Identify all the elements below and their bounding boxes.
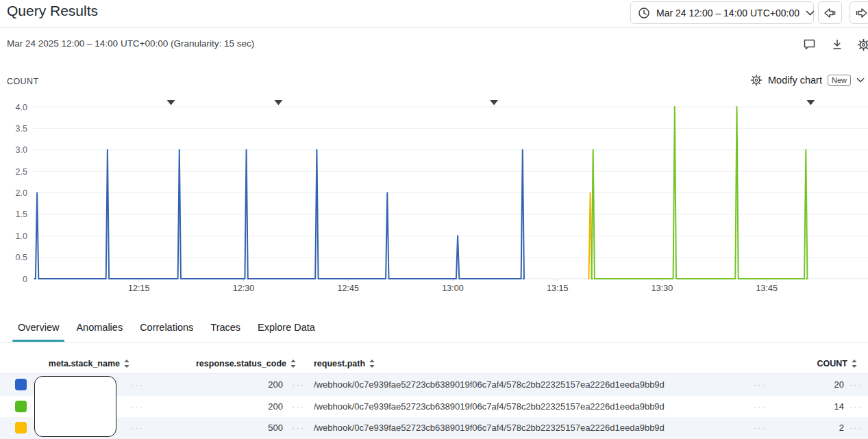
stack-name-redaction-overlay: [34, 376, 116, 437]
table-row[interactable]: ··· 500 ··· /webhook/0c7e939fae52723cb63…: [0, 417, 868, 439]
svg-text:13:30: 13:30: [652, 284, 673, 293]
svg-text:3.0: 3.0: [16, 145, 27, 155]
cell-actions-ellipsis[interactable]: ···: [844, 423, 868, 433]
column-header-stack-name[interactable]: meta.stack_name: [33, 359, 130, 368]
comment-icon: [803, 38, 816, 51]
column-header-status-code[interactable]: response.status_code: [158, 359, 297, 368]
table-row[interactable]: ··· 200 ··· /webhook/0c7e939fae52723cb63…: [0, 396, 868, 418]
svg-text:13:45: 13:45: [756, 284, 778, 293]
svg-text:12:30: 12:30: [233, 284, 254, 293]
modify-chart-button[interactable]: Modify chart New: [750, 74, 865, 86]
tab-overview[interactable]: Overview: [18, 319, 59, 342]
count-cell: 2: [776, 423, 844, 433]
status-code-cell: 500: [158, 423, 283, 433]
clock-icon: [638, 7, 650, 19]
time-range-label: Mar 24 12:00 – 14:00 UTC+00:00: [656, 8, 799, 18]
table-row[interactable]: ··· 200 ··· /webhook/0c7e939fae52723cb63…: [0, 374, 868, 396]
svg-text:13:15: 13:15: [547, 284, 568, 293]
status-code-cell: 200: [158, 379, 283, 390]
svg-text:0.5: 0.5: [16, 253, 27, 262]
header-divider: [0, 27, 868, 28]
series-color-swatch: [15, 401, 27, 412]
tab-traces[interactable]: Traces: [210, 319, 240, 342]
comment-button[interactable]: [802, 38, 816, 51]
cell-actions-ellipsis[interactable]: ···: [116, 379, 158, 390]
next-time-range-button[interactable]: [850, 1, 868, 24]
modify-chart-label: Modify chart: [768, 75, 822, 86]
results-table-header: meta.stack_name response.status_code req…: [0, 353, 868, 374]
cell-actions-ellipsis[interactable]: ···: [745, 401, 776, 412]
query-results-page: Query Results Mar 24 12:00 – 14:00 UTC+0…: [0, 0, 868, 439]
request-path-cell: /webhook/0c7e939fae52723cb6389019f06c7af…: [314, 379, 745, 390]
time-range-picker[interactable]: Mar 24 12:00 – 14:00 UTC+00:00: [630, 1, 814, 24]
page-title: Query Results: [7, 3, 98, 19]
anomaly-marker-icon[interactable]: [167, 100, 175, 105]
gear-icon: [750, 74, 762, 86]
column-header-request-path[interactable]: request.path: [314, 359, 745, 368]
tab-correlations[interactable]: Correlations: [140, 319, 193, 342]
column-header-count[interactable]: COUNT: [776, 359, 858, 368]
svg-text:2.5: 2.5: [16, 167, 27, 177]
previous-time-range-button[interactable]: [818, 1, 842, 24]
tab-anomalies[interactable]: Anomalies: [76, 319, 123, 342]
new-badge: New: [828, 75, 851, 86]
chevron-down-icon: [806, 10, 815, 16]
results-table-body: ··· 200 ··· /webhook/0c7e939fae52723cb63…: [0, 374, 868, 439]
request-path-cell: /webhook/0c7e939fae52723cb6389019f06c7af…: [314, 423, 745, 433]
chart-metric-label: COUNT: [7, 77, 38, 86]
timeseries-chart[interactable]: 00.51.01.52.02.53.03.54.012:1512:3012:45…: [0, 96, 868, 298]
sort-icon[interactable]: [123, 359, 130, 368]
svg-text:0: 0: [23, 275, 27, 284]
query-time-summary: Mar 24 2025 12:00 – 14:00 UTC+00:00 (Gra…: [7, 38, 254, 49]
svg-text:2.0: 2.0: [16, 188, 27, 198]
sort-icon[interactable]: [369, 359, 375, 368]
series-color-swatch: [15, 379, 27, 390]
cell-actions-ellipsis[interactable]: ···: [844, 401, 868, 412]
cell-actions-ellipsis[interactable]: ···: [283, 401, 314, 412]
series-color-swatch: [15, 422, 27, 434]
anomaly-marker-icon[interactable]: [274, 100, 282, 105]
cell-actions-ellipsis[interactable]: ···: [283, 379, 314, 390]
tabs-divider: [0, 342, 868, 343]
svg-text:1.5: 1.5: [16, 210, 27, 219]
request-path-cell: /webhook/0c7e939fae52723cb6389019f06c7af…: [314, 401, 745, 412]
anomaly-marker-icon[interactable]: [490, 100, 498, 105]
gear-icon: [857, 38, 868, 51]
svg-text:12:15: 12:15: [128, 284, 149, 293]
cell-actions-ellipsis[interactable]: ···: [745, 423, 776, 433]
svg-text:4.0: 4.0: [16, 103, 27, 112]
anomaly-marker-icon[interactable]: [806, 100, 815, 105]
svg-text:12:45: 12:45: [338, 284, 359, 293]
status-code-cell: 200: [158, 401, 283, 412]
arrow-left-bar-icon: [823, 7, 837, 19]
sort-icon[interactable]: [851, 359, 858, 368]
cell-actions-ellipsis[interactable]: ···: [116, 423, 158, 433]
count-cell: 14: [776, 401, 844, 412]
tab-explore-data[interactable]: Explore Data: [258, 319, 315, 342]
cell-actions-ellipsis[interactable]: ···: [844, 379, 868, 390]
svg-text:1.0: 1.0: [16, 231, 27, 241]
download-button[interactable]: [830, 38, 844, 51]
svg-text:3.5: 3.5: [16, 124, 27, 134]
cell-actions-ellipsis[interactable]: ···: [745, 379, 776, 390]
chevron-down-icon: [856, 77, 865, 83]
cell-actions-ellipsis[interactable]: ···: [283, 423, 314, 433]
sort-icon[interactable]: [290, 359, 297, 368]
results-tab-bar: Overview Anomalies Correlations Traces E…: [18, 319, 332, 342]
count-cell: 20: [776, 379, 844, 390]
settings-button[interactable]: [856, 38, 868, 51]
svg-text:13:00: 13:00: [442, 284, 463, 293]
arrow-right-bar-icon: [854, 7, 868, 19]
download-icon: [831, 38, 843, 51]
cell-actions-ellipsis[interactable]: ···: [116, 401, 158, 412]
